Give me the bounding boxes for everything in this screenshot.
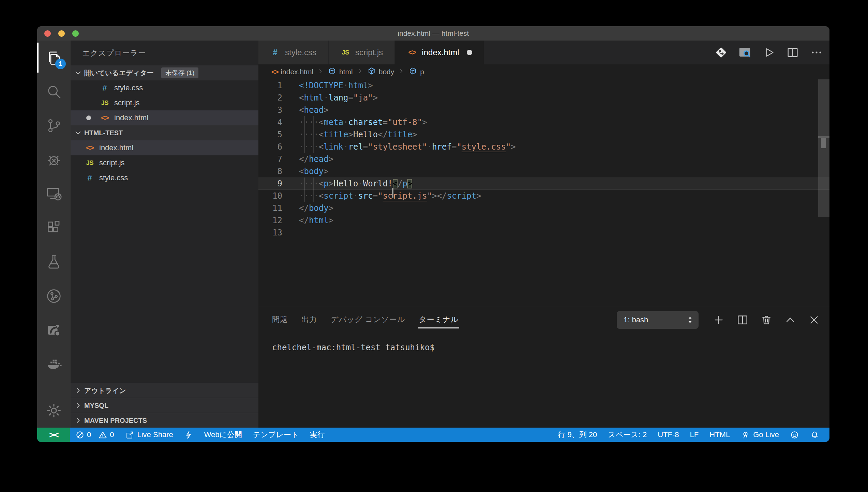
remote-indicator[interactable]: >< [37, 428, 70, 442]
status-notifications[interactable] [805, 428, 825, 442]
code-line-9[interactable]: 9····<p>Hello·World!</p> [258, 178, 829, 190]
open-editor-index.html[interactable]: <>index.html [71, 110, 258, 125]
section-アウトライン[interactable]: アウトライン [71, 383, 258, 398]
breadcrumb-separator [356, 67, 364, 77]
panel-tab-出力[interactable]: 出力 [301, 312, 318, 328]
tree-item-index.html[interactable]: <>index.html [71, 140, 258, 155]
code-line-13[interactable]: 13 [258, 227, 829, 239]
open-preview-button[interactable] [738, 46, 752, 59]
activity-debug-button[interactable] [37, 143, 71, 177]
activity-testing-button[interactable] [37, 245, 71, 279]
status-feedback[interactable] [784, 428, 805, 442]
code-line-12[interactable]: 12</html> [258, 214, 829, 227]
activity-docker-button[interactable] [37, 347, 71, 381]
code-line-1[interactable]: 1<!DOCTYPE·html> [258, 79, 829, 92]
code-text: <!DOCTYPE·html> [299, 79, 373, 92]
file-label: index.html [114, 113, 148, 122]
status-live-share[interactable]: Live Share [120, 428, 179, 442]
section-MAVEN PROJECTS[interactable]: MAVEN PROJECTS [71, 413, 258, 428]
code-editor[interactable]: 1<!DOCTYPE·html>2<html·lang="ja">3<head>… [258, 79, 829, 307]
code-line-8[interactable]: 8<body> [258, 165, 829, 178]
code-line-4[interactable]: 4····<meta·charset="utf-8"> [258, 116, 829, 128]
open-editor-style.css[interactable]: #style.css [71, 80, 258, 95]
status-indentation[interactable]: スペース: 2 [602, 428, 652, 442]
overview-ruler[interactable] [818, 79, 829, 307]
activity-settings-button[interactable] [37, 394, 71, 428]
breadcrumb-item-p[interactable]: p [408, 67, 424, 77]
git-diamond-button[interactable] [714, 46, 728, 59]
code-line-11[interactable]: 11</body> [258, 202, 829, 214]
close-window-button[interactable] [44, 30, 51, 37]
minimize-window-button[interactable] [58, 30, 65, 37]
status-web-publish[interactable]: Webに公開 [199, 428, 248, 442]
panel-tab-デバッグ コンソール[interactable]: デバッグ コンソール [330, 312, 406, 328]
breadcrumb-separator [317, 67, 324, 77]
tab-script.js[interactable]: JSscript.js [329, 41, 395, 64]
code-text: <html·lang="ja"> [299, 92, 378, 104]
window-title: index.html — html-test [398, 29, 469, 37]
tree-item-script.js[interactable]: JSscript.js [71, 155, 258, 170]
docker-icon [45, 356, 62, 373]
folder-section-header[interactable]: HTML-TEST [71, 125, 258, 140]
section-MYSQL[interactable]: MYSQL [71, 398, 258, 413]
activity-project-manager-button[interactable] [37, 279, 71, 313]
activity-extensions-button[interactable] [37, 211, 71, 245]
file-label: style.css [99, 173, 128, 182]
code-line-7[interactable]: 7</head> [258, 153, 829, 165]
vscode-window: index.html — html-test 1 エクスプローラー 開いているエ… [37, 26, 829, 442]
code-line-6[interactable]: 6····<link·rel="stylesheet"·href="style.… [258, 141, 829, 153]
tab-style.css[interactable]: #style.css [258, 41, 329, 64]
panel-tab-ターミナル[interactable]: ターミナル [418, 312, 459, 328]
breadcrumb-label: index.html [281, 68, 313, 76]
panel-split-editor-button[interactable] [736, 313, 749, 326]
status-template[interactable]: テンプレート [248, 428, 304, 442]
terminal-shell-select[interactable]: 1: bash [617, 311, 699, 329]
terminal-output[interactable]: chelchel-mac:html-test tatsuhiko$ [258, 333, 829, 354]
code-line-2[interactable]: 2<html·lang="ja"> [258, 92, 829, 104]
tree-item-style.css[interactable]: #style.css [71, 170, 258, 185]
sidebar-title: エクスプローラー [71, 41, 258, 65]
panel-chevron-up-button[interactable] [784, 313, 797, 326]
zoom-window-button[interactable] [72, 30, 79, 37]
status-language-mode[interactable]: HTML [704, 428, 735, 442]
activity-bar: 1 [37, 41, 71, 428]
status-eol[interactable]: LF [685, 428, 704, 442]
panel-plus-button[interactable] [712, 313, 725, 326]
split-editor-button[interactable] [786, 46, 799, 59]
code-line-10[interactable]: 10····<script·src="script.js"></script> [258, 190, 829, 202]
breadcrumb-item-index.html[interactable]: <>index.html [271, 68, 313, 76]
cursor-marker [821, 138, 826, 148]
plus-icon [712, 313, 725, 326]
status-encoding[interactable]: UTF-8 [652, 428, 684, 442]
panel-trash-button[interactable] [760, 313, 773, 326]
panel-close-button[interactable] [808, 313, 821, 326]
breadcrumb-item-html[interactable]: html [328, 67, 353, 77]
activity-publisher-button[interactable] [37, 313, 71, 347]
breadcrumb-item-body[interactable]: body [367, 67, 394, 77]
more-actions-button[interactable] [810, 46, 823, 59]
activity-explorer-button[interactable]: 1 [37, 41, 71, 75]
line-number: 1 [258, 79, 286, 92]
code-line-5[interactable]: 5····<title>Hello</title> [258, 128, 829, 141]
status-go-live[interactable]: Go Live [735, 428, 784, 442]
status-cursor-position[interactable]: 行 9、列 20 [552, 428, 602, 442]
title-bar[interactable]: index.html — html-test [37, 26, 829, 41]
activity-search-button[interactable] [37, 75, 71, 109]
chevron-right-icon [356, 67, 364, 75]
activity-source-control-button[interactable] [37, 109, 71, 143]
code-line-3[interactable]: 3<head> [258, 104, 829, 116]
open-editors-header[interactable]: 開いているエディター未保存 (1) [71, 65, 258, 80]
status-problems[interactable]: 00 [70, 428, 120, 442]
panel-tab-問題[interactable]: 問題 [271, 312, 288, 328]
tab-index.html[interactable]: <>index.html [395, 41, 484, 64]
status-lightning[interactable] [179, 428, 199, 442]
extensions-icon [45, 219, 62, 236]
tab-label: script.js [355, 48, 383, 57]
cube-icon [367, 67, 376, 76]
scrollbar-slider[interactable] [818, 79, 829, 217]
open-editor-script.js[interactable]: JSscript.js [71, 95, 258, 110]
status-run-task[interactable]: 実行 [304, 428, 330, 442]
run-button[interactable] [762, 46, 776, 59]
activity-remote-explorer-button[interactable] [37, 177, 71, 211]
share-icon [45, 322, 62, 339]
